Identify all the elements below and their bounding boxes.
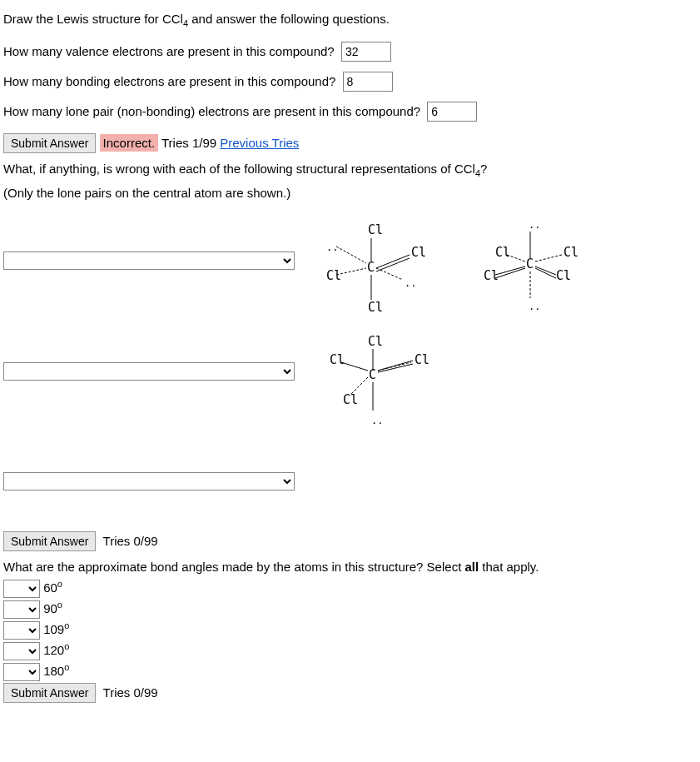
svg-text:Cl: Cl: [556, 268, 571, 283]
svg-text:Cl: Cl: [368, 300, 383, 315]
svg-text:..: ..: [405, 277, 416, 289]
svg-text:Cl: Cl: [330, 352, 345, 367]
previous-tries-link[interactable]: Previous Tries: [220, 136, 299, 150]
svg-text:Cl: Cl: [326, 268, 341, 283]
angles-bold: all: [464, 560, 479, 574]
intro-text: Draw the Lewis structure for CCl4 and an…: [3, 10, 697, 30]
svg-text:Cl: Cl: [563, 245, 578, 260]
svg-text:Cl: Cl: [495, 245, 510, 260]
submit-button-2[interactable]: Submit Answer: [3, 531, 96, 551]
svg-text:Cl: Cl: [368, 222, 383, 237]
angle-row-120: 120o: [3, 641, 697, 660]
svg-line-9: [376, 258, 410, 271]
angles-question: What are the approximate bond angles mad…: [3, 558, 697, 575]
svg-text:Cl: Cl: [411, 245, 426, 260]
angle-row-90: 90o: [3, 600, 697, 619]
structure-diagram-2: .. Cl Cl C Cl Cl ..: [460, 213, 610, 321]
struct-question: What, if anything, is wrong with each of…: [3, 160, 697, 180]
angle-label-90: 90o: [43, 601, 62, 615]
structure-diagram-3: Cl Cl Cl C Cl ..: [303, 331, 453, 431]
bonding-input[interactable]: [343, 72, 393, 92]
angle-label-120: 120o: [43, 643, 69, 657]
angle-row-180: 180o: [3, 662, 697, 681]
feedback-row-2: Submit Answer Tries 0/99: [3, 531, 697, 551]
angle-label-180: 180o: [43, 664, 69, 678]
svg-text:Cl: Cl: [415, 352, 429, 367]
struct-suffix: ?: [480, 162, 487, 176]
angle-select-180[interactable]: [3, 663, 40, 681]
angle-select-120[interactable]: [3, 642, 40, 660]
struct-prefix: What, if anything, is wrong with each of…: [3, 162, 475, 176]
lonepair-label: How many lone pair (non-bonding) electro…: [3, 104, 420, 118]
tries-text-2: Tries 0/99: [103, 534, 158, 548]
valence-row: How many valence electrons are present i…: [3, 42, 697, 62]
diagram-column: Cl Cl C Cl Cl .. .. .. Cl Cl C Cl Cl: [303, 213, 697, 440]
svg-text:Cl: Cl: [343, 392, 358, 407]
svg-text:..: ..: [371, 415, 383, 426]
svg-line-10: [336, 247, 366, 263]
angle-select-60[interactable]: [3, 580, 40, 598]
svg-text:..: ..: [529, 219, 540, 231]
lonepair-input[interactable]: [427, 102, 477, 122]
svg-line-8: [376, 255, 410, 268]
angle-select-109[interactable]: [3, 621, 40, 640]
feedback-row-3: Submit Answer Tries 0/99: [3, 683, 697, 703]
angles-suffix: that apply.: [479, 560, 539, 574]
structure-diagram-1: Cl Cl C Cl Cl .. ..: [303, 222, 453, 321]
submit-button-3[interactable]: Submit Answer: [3, 683, 96, 703]
feedback-row-1: Submit Answer Incorrect. Tries 1/99 Prev…: [3, 133, 697, 153]
svg-text:C: C: [369, 367, 376, 382]
structure-select-2[interactable]: [3, 362, 295, 381]
bonding-label: How many bonding electrons are present i…: [3, 74, 335, 88]
lonepair-row: How many lone pair (non-bonding) electro…: [3, 102, 697, 122]
status-badge: Incorrect.: [100, 134, 159, 152]
intro-suffix: and answer the following questions.: [188, 12, 390, 26]
svg-text:C: C: [526, 256, 534, 271]
valence-label: How many valence electrons are present i…: [3, 44, 335, 58]
struct-line2: (Only the lone pairs on the central atom…: [3, 184, 697, 202]
angle-select-90[interactable]: [3, 600, 40, 619]
intro-prefix: Draw the Lewis structure for CCl: [3, 12, 183, 26]
structure-select-1[interactable]: [3, 252, 295, 270]
svg-text:Cl: Cl: [484, 268, 499, 283]
svg-text:..: ..: [326, 242, 338, 253]
angle-label-109: 109o: [43, 622, 69, 636]
svg-line-11: [376, 268, 403, 280]
angle-row-109: 109o: [3, 620, 697, 640]
structure-select-3[interactable]: [3, 472, 295, 491]
submit-button-1[interactable]: Submit Answer: [3, 133, 96, 153]
svg-text:..: ..: [529, 301, 540, 312]
angle-label-60: 60o: [43, 580, 62, 595]
svg-line-33: [341, 362, 368, 371]
angle-row-60: 60o: [3, 579, 697, 598]
svg-text:C: C: [367, 260, 375, 275]
tries-text-3: Tries 0/99: [103, 685, 158, 700]
angles-prefix: What are the approximate bond angles mad…: [3, 560, 464, 574]
svg-text:Cl: Cl: [368, 334, 383, 349]
tries-text-1: Tries 1/99: [158, 136, 220, 150]
svg-line-19: [535, 255, 562, 261]
valence-input[interactable]: [341, 42, 391, 62]
bonding-row: How many bonding electrons are present i…: [3, 72, 697, 92]
